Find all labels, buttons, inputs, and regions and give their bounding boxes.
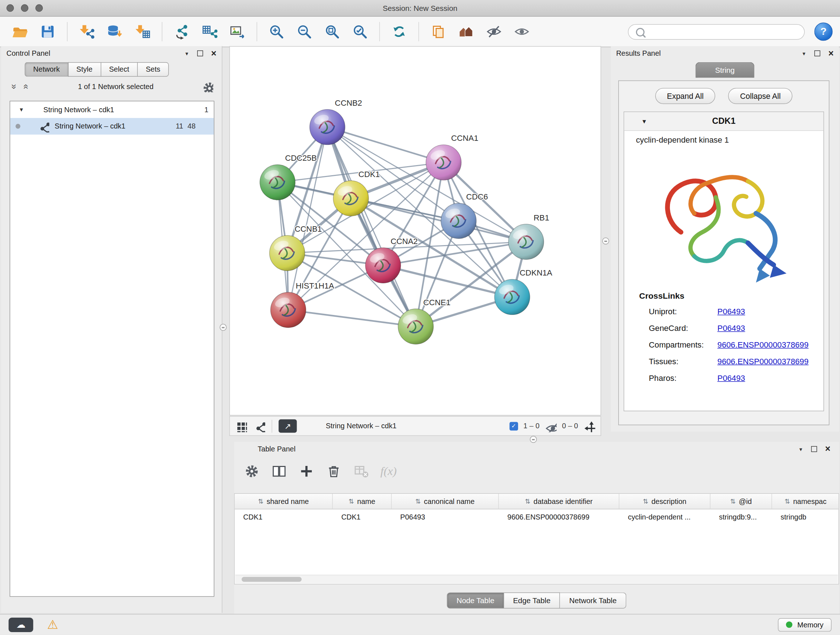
column-header[interactable]: ⇅shared name bbox=[235, 494, 333, 509]
new-network-button[interactable] bbox=[169, 20, 194, 43]
sort-icon[interactable]: ⇅ bbox=[643, 497, 648, 505]
zoom-fit-button[interactable] bbox=[320, 20, 344, 43]
table-cell[interactable]: stringdb:9... bbox=[711, 509, 772, 524]
splitter-toggle[interactable] bbox=[530, 436, 537, 443]
panel-menu-icon[interactable]: ▼ bbox=[798, 447, 803, 452]
panel-float-icon[interactable] bbox=[811, 446, 817, 452]
network-edge[interactable] bbox=[327, 127, 444, 163]
network-collection-row[interactable]: ▼ String Network – cdk1 1 bbox=[10, 101, 214, 118]
selected-nodes-checkbox[interactable]: ✓ bbox=[509, 422, 518, 431]
sort-icon[interactable]: ⇅ bbox=[730, 497, 736, 505]
collapse-all-button[interactable]: Collapse All bbox=[728, 88, 792, 104]
tab-style[interactable]: Style bbox=[68, 62, 100, 77]
group-nodes-button[interactable] bbox=[454, 20, 478, 43]
panel-close-icon[interactable]: × bbox=[829, 49, 834, 58]
table-cell[interactable]: stringdb bbox=[772, 509, 839, 524]
detach-view-button[interactable]: ↗ bbox=[279, 419, 297, 432]
pan-crosshair-icon[interactable] bbox=[584, 420, 595, 432]
tab-network[interactable]: Network bbox=[25, 62, 68, 77]
panel-close-icon[interactable]: × bbox=[211, 49, 217, 58]
expand-all-button[interactable]: Expand All bbox=[655, 88, 715, 104]
panel-menu-icon[interactable]: ▼ bbox=[185, 51, 189, 56]
sort-icon[interactable]: ⇅ bbox=[525, 497, 531, 505]
network-canvas[interactable]: CCNB2CCNA1CDC25BCDK1CDC6RB1CCNB1CCNA2CDK… bbox=[229, 46, 601, 415]
crosslink-link[interactable]: P06493 bbox=[717, 373, 745, 382]
zoom-selected-button[interactable] bbox=[347, 20, 372, 43]
tab-sets[interactable]: Sets bbox=[137, 62, 169, 77]
close-window-button[interactable] bbox=[6, 4, 14, 12]
network-edge[interactable] bbox=[288, 310, 416, 326]
network-node-CDC25B[interactable]: CDC25B bbox=[260, 154, 317, 200]
tab-node-table[interactable]: Node Table bbox=[447, 593, 504, 608]
network-share-icon[interactable] bbox=[254, 420, 265, 432]
network-node-RB1[interactable]: RB1 bbox=[508, 213, 549, 260]
table-cell[interactable]: cyclin-dependent ... bbox=[619, 509, 711, 524]
delete-column-icon[interactable] bbox=[325, 463, 341, 479]
protein-card-header[interactable]: ▼ CDK1 bbox=[624, 112, 823, 131]
network-edge[interactable] bbox=[351, 198, 526, 242]
column-header[interactable]: ⇅@id bbox=[711, 494, 772, 509]
disclosure-triangle-icon[interactable]: ▼ bbox=[19, 107, 24, 112]
clone-network-button[interactable] bbox=[426, 20, 450, 43]
splitter-toggle[interactable] bbox=[602, 238, 609, 244]
network-node-HIST1H1A[interactable]: HIST1H1A bbox=[271, 281, 334, 328]
splitter-toggle[interactable] bbox=[219, 324, 226, 331]
table-cell[interactable]: 9606.ENSP00000378699 bbox=[499, 509, 619, 524]
network-options-gear-icon[interactable] bbox=[202, 80, 213, 92]
tab-select[interactable]: Select bbox=[101, 62, 137, 77]
open-session-button[interactable] bbox=[8, 20, 32, 43]
column-header[interactable]: ⇅canonical name bbox=[392, 494, 499, 509]
warning-icon[interactable]: ⚠ bbox=[47, 618, 58, 631]
sort-icon[interactable]: ⇅ bbox=[349, 497, 354, 505]
sort-icon[interactable]: ⇅ bbox=[785, 497, 790, 505]
crosslink-link[interactable]: 9606.ENSP00000378699 bbox=[717, 356, 808, 366]
expand-all-icon[interactable]: « bbox=[22, 82, 31, 90]
network-node-CCNB2[interactable]: CCNB2 bbox=[309, 98, 362, 145]
cloud-button[interactable]: ☁ bbox=[9, 617, 33, 632]
network-node-CCNA1[interactable]: CCNA1 bbox=[426, 134, 478, 180]
tab-network-table[interactable]: Network Table bbox=[560, 593, 626, 608]
minimize-window-button[interactable] bbox=[21, 4, 28, 12]
hide-selected-button[interactable] bbox=[482, 20, 506, 43]
sort-icon[interactable]: ⇅ bbox=[415, 497, 421, 505]
zoom-out-button[interactable] bbox=[292, 20, 317, 43]
new-network-table-button[interactable] bbox=[197, 20, 222, 43]
tab-edge-table[interactable]: Edge Table bbox=[504, 593, 560, 608]
panel-float-icon[interactable] bbox=[814, 50, 820, 56]
panel-float-icon[interactable] bbox=[197, 50, 203, 56]
hidden-eye-slash-icon[interactable] bbox=[545, 420, 557, 432]
column-header[interactable]: ⇅namespac bbox=[772, 494, 839, 509]
show-all-button[interactable] bbox=[509, 20, 534, 43]
sort-icon[interactable]: ⇅ bbox=[258, 497, 264, 505]
disclosure-triangle-icon[interactable]: ▼ bbox=[641, 118, 647, 125]
crosslink-link[interactable]: P06493 bbox=[717, 323, 745, 333]
save-session-button[interactable] bbox=[35, 20, 60, 43]
horizontal-scrollbar[interactable] bbox=[235, 575, 838, 584]
birdseye-grid-icon[interactable] bbox=[235, 420, 247, 432]
table-cell[interactable]: CDK1 bbox=[333, 509, 392, 524]
memory-button[interactable]: Memory bbox=[778, 618, 832, 631]
column-header[interactable]: ⇅description bbox=[619, 494, 711, 509]
table-cell[interactable]: CDK1 bbox=[235, 509, 333, 524]
add-column-icon[interactable] bbox=[298, 463, 314, 479]
help-button[interactable]: ? bbox=[814, 22, 832, 41]
zoom-window-button[interactable] bbox=[35, 4, 43, 12]
column-header[interactable]: ⇅database identifier bbox=[499, 494, 619, 509]
network-node-CDK1[interactable]: CDK1 bbox=[333, 170, 380, 216]
zoom-in-button[interactable] bbox=[264, 20, 289, 43]
import-network-database-button[interactable] bbox=[103, 20, 127, 43]
network-edge[interactable] bbox=[327, 127, 416, 326]
panel-close-icon[interactable]: × bbox=[825, 445, 831, 454]
network-node-CDKN1A[interactable]: CDKN1A bbox=[494, 268, 553, 315]
crosslink-link[interactable]: P06493 bbox=[717, 307, 745, 316]
search-input[interactable] bbox=[650, 27, 799, 36]
column-header[interactable]: ⇅name bbox=[333, 494, 392, 509]
panel-menu-icon[interactable]: ▼ bbox=[802, 51, 806, 56]
import-network-file-button[interactable] bbox=[74, 20, 99, 43]
export-image-button[interactable] bbox=[225, 20, 249, 43]
crosslink-link[interactable]: 9606.ENSP00000378699 bbox=[717, 340, 808, 349]
apply-layout-button[interactable] bbox=[387, 20, 411, 43]
scrollbar-thumb[interactable] bbox=[242, 577, 302, 582]
tab-string[interactable]: String bbox=[695, 62, 754, 78]
import-table-button[interactable] bbox=[130, 20, 155, 43]
